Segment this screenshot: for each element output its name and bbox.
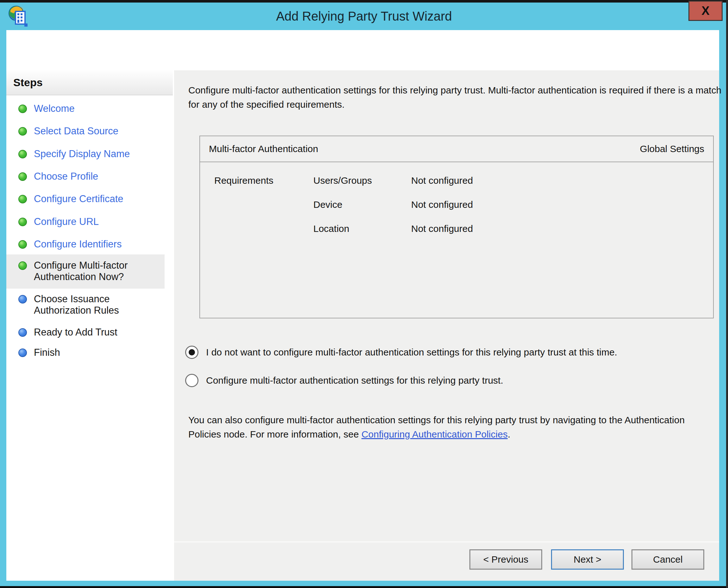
mfa-panel-body: Requirements Users/Groups Not configured…: [200, 162, 713, 235]
cancel-button[interactable]: Cancel: [632, 549, 704, 570]
step-label: Configure Multi-factor Authentication No…: [34, 260, 150, 282]
step-label: Ready to Add Trust: [34, 327, 150, 338]
sidebar-item-configure-certificate[interactable]: Configure Certificate: [6, 193, 164, 205]
sidebar-item-configure-identifiers[interactable]: Configure Identifiers: [6, 238, 164, 250]
window-bottom-edge: [0, 586, 728, 588]
step-label: Configure Identifiers: [34, 238, 150, 250]
steps-heading: Steps: [6, 76, 43, 89]
wizard-window: Add Relying Party Trust Wizard X Steps W…: [0, 0, 728, 588]
button-bar-divider: [174, 542, 719, 542]
footnote-text: You can also configure multi-factor auth…: [188, 413, 695, 441]
table-row: Requirements Users/Groups Not configured: [214, 174, 713, 187]
step-complete-icon: [18, 195, 27, 203]
sidebar-item-choose-profile[interactable]: Choose Profile: [6, 171, 164, 182]
device-label: Device: [313, 198, 411, 211]
radio-option-configure-mfa[interactable]: Configure multi-factor authentication se…: [185, 374, 503, 387]
step-complete-icon: [18, 127, 27, 135]
step-label: Select Data Source: [34, 125, 150, 137]
mfa-panel-title: Multi-factor Authentication: [209, 144, 318, 154]
step-label: Configure URL: [34, 216, 150, 228]
steps-sidebar: Steps Welcome Select Data Source Specify…: [6, 70, 173, 581]
sidebar-item-choose-issuance-authorization-rules: Choose Issuance Authorization Rules: [6, 293, 164, 316]
sidebar-item-configure-url[interactable]: Configure URL: [6, 216, 164, 228]
sidebar-item-configure-mfa-now: Configure Multi-factor Authentication No…: [6, 254, 164, 289]
table-row: Device Not configured: [214, 198, 713, 211]
step-complete-icon: [18, 172, 27, 181]
footnote-after: .: [508, 429, 510, 439]
window-right-edge: [726, 0, 728, 588]
previous-button[interactable]: < Previous: [469, 549, 542, 570]
step-complete-icon: [18, 150, 27, 159]
step-content-panel: Configure multi-factor authentication se…: [174, 70, 719, 581]
wizard-content: Steps Welcome Select Data Source Specify…: [6, 70, 719, 581]
sidebar-item-select-data-source[interactable]: Select Data Source: [6, 125, 164, 137]
radio-label[interactable]: Configure multi-factor authentication se…: [206, 375, 503, 386]
users-groups-value: Not configured: [411, 174, 473, 187]
intro-text: Configure multi-factor authentication se…: [188, 83, 725, 111]
step-label: Choose Issuance Authorization Rules: [34, 293, 150, 316]
titlebar[interactable]: Add Relying Party Trust Wizard: [0, 2, 728, 30]
device-value: Not configured: [411, 198, 473, 211]
step-label: Specify Display Name: [34, 148, 150, 160]
radio-option-skip-mfa[interactable]: I do not want to configure multi-factor …: [185, 345, 617, 359]
users-groups-label: Users/Groups: [313, 174, 411, 187]
steps-heading-bar: Steps: [6, 70, 173, 96]
location-value: Not configured: [411, 223, 473, 235]
radio-unselected-icon[interactable]: [185, 374, 198, 387]
sidebar-item-ready-to-add-trust: Ready to Add Trust: [6, 327, 164, 338]
radio-selected-icon[interactable]: [185, 345, 198, 359]
step-label: Choose Profile: [34, 171, 150, 182]
requirements-label: Requirements: [214, 174, 313, 187]
step-complete-icon: [18, 105, 27, 113]
location-label: Location: [313, 223, 411, 235]
mfa-panel-header: Multi-factor Authentication Global Setti…: [200, 136, 713, 162]
window-title: Add Relying Party Trust Wizard: [0, 2, 728, 30]
window-top-edge: [0, 0, 728, 2]
step-pending-icon: [18, 295, 27, 303]
step-complete-icon: [18, 240, 27, 249]
step-pending-icon: [18, 328, 27, 337]
close-button[interactable]: X: [688, 1, 723, 21]
next-button[interactable]: Next >: [551, 549, 624, 570]
sidebar-item-specify-display-name[interactable]: Specify Display Name: [6, 148, 164, 160]
mfa-settings-panel: Multi-factor Authentication Global Setti…: [199, 135, 714, 318]
global-settings-label: Global Settings: [640, 144, 704, 154]
table-row: Location Not configured: [214, 223, 713, 235]
step-complete-icon: [18, 261, 27, 270]
step-label: Configure Certificate: [34, 193, 150, 205]
configuring-authentication-policies-link[interactable]: Configuring Authentication Policies: [361, 429, 508, 439]
sidebar-item-finish: Finish: [6, 347, 164, 358]
step-pending-icon: [18, 349, 27, 357]
step-label: Welcome: [34, 103, 150, 114]
step-label: Finish: [34, 347, 150, 358]
sidebar-item-welcome[interactable]: Welcome: [6, 103, 164, 114]
step-complete-icon: [18, 218, 27, 226]
radio-label[interactable]: I do not want to configure multi-factor …: [206, 347, 617, 358]
wizard-header-strip: [6, 30, 719, 70]
